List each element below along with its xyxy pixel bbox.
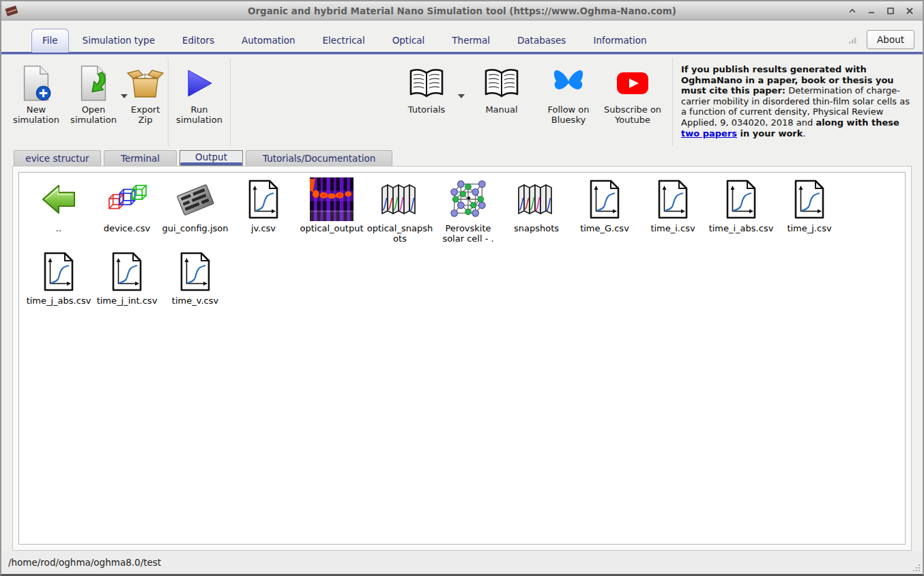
maximize-icon[interactable] xyxy=(883,5,898,17)
resize-grip-icon[interactable] xyxy=(911,562,921,572)
accordion-plots-icon xyxy=(379,177,420,222)
tab-device-structure[interactable]: evice structur xyxy=(14,150,101,166)
app-window: Organic and hybrid Material Nano Simulat… xyxy=(0,0,924,576)
run-simulation-button[interactable]: Run simulation xyxy=(169,56,230,149)
file-label: time_j_abs.csv xyxy=(27,296,91,306)
tab-tutorials-documentation[interactable]: Tutorials/Documentation xyxy=(246,150,392,166)
file-item-time-g-csv[interactable]: time_G.csv xyxy=(571,177,639,249)
menu-tab-simulation-type[interactable]: Simulation type xyxy=(69,29,169,52)
file-label: gui_config.json xyxy=(162,223,228,233)
minimize-icon[interactable] xyxy=(864,5,879,17)
export-zip-button[interactable]: Export Zip xyxy=(123,56,168,149)
menu-tab-thermal[interactable]: Thermal xyxy=(438,29,504,52)
chart-file-icon xyxy=(588,177,621,222)
toolbar-label: Export Zip xyxy=(123,104,168,126)
open-document-icon xyxy=(76,66,111,101)
menu-accent-line xyxy=(1,52,923,55)
menu-tab-databases[interactable]: Databases xyxy=(504,29,579,52)
file-item-optical-output[interactable]: optical_output xyxy=(298,177,366,249)
toolbar-label: New simulation xyxy=(8,104,64,126)
file-label: time_G.csv xyxy=(580,223,629,233)
back-arrow-icon xyxy=(40,177,77,222)
heatmap-icon xyxy=(310,177,353,222)
file-label: time_j.csv xyxy=(787,223,831,233)
file-item-time-i-csv[interactable]: time_i.csv xyxy=(639,177,707,249)
menu-tab-electrical[interactable]: Electrical xyxy=(309,29,379,52)
chart-file-icon xyxy=(42,249,75,294)
file-label: time_j_int.csv xyxy=(97,296,158,306)
oghma-logo-icon xyxy=(4,3,19,18)
open-book-icon xyxy=(407,66,446,101)
tab-terminal[interactable]: Terminal xyxy=(104,150,177,166)
tutorials-dropdown-arrow-icon[interactable] xyxy=(458,94,465,98)
box-icon xyxy=(126,66,164,101)
open-book-icon xyxy=(482,66,521,101)
titlebar: Organic and hybrid Material Nano Simulat… xyxy=(1,1,923,20)
file-item-time-j-csv[interactable]: time_j.csv xyxy=(775,177,843,249)
open-simulation-button[interactable]: Open simulation xyxy=(64,56,123,149)
follow-bluesky-button[interactable]: Follow on Bluesky xyxy=(537,56,600,149)
about-button[interactable]: About xyxy=(867,30,914,49)
citation-period: . xyxy=(803,128,805,139)
chart-file-icon xyxy=(111,249,143,294)
chart-file-icon xyxy=(793,177,826,222)
new-simulation-button[interactable]: New simulation xyxy=(8,56,64,149)
two-papers-link[interactable]: two papers xyxy=(681,128,737,139)
citation-bold-mid: along with these xyxy=(815,117,899,128)
close-icon[interactable] xyxy=(902,5,917,17)
file-item-time-i-abs-csv[interactable]: time_i_abs.csv xyxy=(707,177,775,249)
current-path: /home/rod/oghma/oghma8.0/test xyxy=(8,557,161,568)
file-item-device-csv[interactable]: device.csv xyxy=(93,177,161,249)
file-label: device.csv xyxy=(104,223,150,233)
toolbar-label: Follow on Bluesky xyxy=(537,104,600,126)
rgb-cubes-icon xyxy=(107,177,147,222)
file-label: optical_snapshots xyxy=(366,223,433,244)
file-item-jv-csv[interactable]: jv.csv xyxy=(229,177,298,249)
file-item-time-j-int-csv[interactable]: time_j_int.csv xyxy=(93,249,161,321)
chart-file-icon xyxy=(179,249,212,294)
toolbar-label: Open simulation xyxy=(64,104,123,126)
output-tab-content: .. xyxy=(12,166,912,551)
tab-label: Tutorials/Documentation xyxy=(263,153,375,164)
menu-tab-editors[interactable]: Editors xyxy=(169,29,228,52)
subscribe-youtube-button[interactable]: Subscribe on Youtube xyxy=(600,56,665,149)
file-item-time-v-csv[interactable]: time_v.csv xyxy=(161,249,229,321)
file-item-time-j-abs-csv[interactable]: time_j_abs.csv xyxy=(25,249,93,321)
file-label: snapshots xyxy=(514,223,559,233)
tab-label: Output xyxy=(195,152,227,162)
manual-button[interactable]: Manual xyxy=(476,56,528,149)
menu-tab-optical[interactable]: Optical xyxy=(379,29,439,52)
tab-label: evice structur xyxy=(25,153,89,164)
ribbon-spacer xyxy=(231,56,394,149)
toolbar-label: Tutorials xyxy=(408,104,446,115)
menu-bar: File Simulation type Editors Automation … xyxy=(1,20,923,56)
chart-file-icon xyxy=(247,177,280,222)
file-item-snapshots[interactable]: snapshots xyxy=(502,177,571,249)
file-label: .. xyxy=(56,223,61,233)
file-label: optical_output xyxy=(300,223,363,233)
menu-tab-automation[interactable]: Automation xyxy=(228,29,309,52)
crystal-lattice-icon xyxy=(448,177,489,222)
menu-tab-information[interactable]: Information xyxy=(579,29,660,52)
tab-output[interactable]: Output xyxy=(179,150,243,166)
shade-icon[interactable] xyxy=(845,5,860,17)
toolbar-label: Subscribe on Youtube xyxy=(600,104,665,126)
chart-file-icon xyxy=(656,177,689,222)
file-label: time_i_abs.csv xyxy=(709,223,774,233)
citation-bold-end: in your work xyxy=(737,128,803,139)
accordion-plots-icon xyxy=(516,177,557,222)
file-browser-panel: .. xyxy=(18,172,906,545)
tutorials-button[interactable]: Tutorials xyxy=(394,56,459,149)
file-item-optical-snapshots[interactable]: optical_snapshots xyxy=(366,177,434,249)
ribbon-toolbar: New simulation Open simulation xyxy=(1,56,923,149)
file-item-gui-config-json[interactable]: gui_config.json xyxy=(161,177,229,249)
play-icon xyxy=(184,66,214,101)
file-item-perovskite-solar-cell[interactable]: Perovskite solar cell - . xyxy=(434,177,502,249)
status-bar: /home/rod/oghma/oghma8.0/test xyxy=(1,551,923,574)
file-item-parent-dir[interactable]: .. xyxy=(25,177,93,249)
file-label: Perovskite solar cell - . xyxy=(435,223,502,244)
chart-file-icon xyxy=(725,177,757,222)
menu-tab-file[interactable]: File xyxy=(31,29,69,53)
toolbar-label: Manual xyxy=(485,104,517,115)
toolbar-label: Run simulation xyxy=(169,104,230,126)
